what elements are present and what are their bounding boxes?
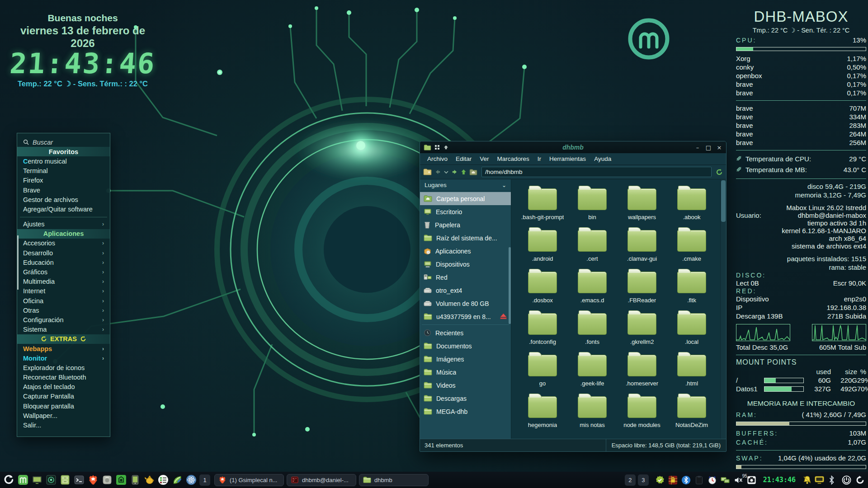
file-item-fbreader[interactable]: .FBReader	[617, 267, 667, 309]
launcher-leaf-icon[interactable]	[171, 474, 183, 486]
sidebar-item-descargas[interactable]: Descargas	[420, 392, 511, 405]
tray-shield-icon[interactable]	[655, 474, 665, 485]
sidebar-scrollbar[interactable]	[509, 247, 511, 324]
launcher-mabox-icon[interactable]	[17, 474, 29, 486]
sidebar-item-aplicaciones[interactable]: Aplicaciones	[420, 244, 511, 258]
sidebar-item-dispositivos[interactable]: Dispositivos	[420, 258, 511, 271]
launcher-teapot-icon[interactable]	[143, 474, 155, 486]
file-item-notasdezim[interactable]: NotasDeZim	[667, 392, 717, 433]
menu-item-sistema[interactable]: Sistema›	[17, 325, 110, 334]
sidebar-item-volumen-de-80-gb[interactable]: Volumen de 80 GB	[420, 297, 511, 310]
screenshot-camera-icon[interactable]	[746, 474, 757, 485]
task-button-dhbmb[interactable]: dhbmb	[359, 474, 429, 486]
sidebar-item-recientes[interactable]: Recientes	[420, 326, 511, 339]
file-item-gkrellm2[interactable]: .gkrellm2	[617, 309, 667, 350]
menu-header-aplicaciones[interactable]: Aplicaciones	[17, 229, 110, 239]
menu-archivo[interactable]: Archivo	[424, 155, 451, 163]
menu-item-webapps[interactable]: Webapps›	[17, 344, 110, 353]
folder-new-icon[interactable]	[423, 169, 432, 175]
file-item-bin[interactable]: bin	[567, 184, 617, 225]
menu-ver[interactable]: Ver	[476, 155, 492, 163]
menu-item-internet[interactable]: Internet›	[17, 286, 110, 296]
workspace-button-2[interactable]: 2	[625, 474, 636, 486]
launcher-checklist-icon[interactable]	[157, 474, 169, 486]
menu-item-atajos-del-teclado[interactable]: Atajos del teclado	[17, 382, 110, 392]
launcher-menu-arrow-icon[interactable]	[3, 474, 15, 486]
menu-item-gestor-de-archivos[interactable]: Gestor de archivos	[17, 195, 110, 204]
file-item-clamav-gui[interactable]: .clamav-gui	[617, 225, 667, 267]
menu-item-capturar-pantalla[interactable]: Capturar Pantalla	[17, 392, 110, 401]
sidebar-item-red[interactable]: Red	[420, 271, 511, 284]
menu-marcadores[interactable]: Marcadores	[494, 155, 533, 163]
menu-item-agregar-quitar-software[interactable]: Agregar/Quitar software	[17, 204, 110, 214]
launcher-archive-icon[interactable]	[101, 474, 113, 486]
task-button-1-gsimplecal-n[interactable]: (1) Gsimplecal n...	[214, 474, 284, 486]
menu-item-otras[interactable]: Otras›	[17, 305, 110, 315]
menu-item-wallpaper[interactable]: Wallpaper...	[17, 411, 110, 420]
tray-display-icon[interactable]	[814, 474, 825, 485]
launcher-desktop-app-icon[interactable]	[31, 474, 43, 486]
sidebar-item-documentos[interactable]: Documentos	[420, 339, 511, 352]
places-dropdown[interactable]: Lugares ⌄	[420, 179, 511, 191]
volume-muted-icon[interactable]: 95	[733, 474, 744, 485]
close-button[interactable]: ×	[716, 144, 722, 151]
file-item-geek-life[interactable]: .geek-life	[567, 350, 617, 392]
file-item-mis-notas[interactable]: mis notas	[567, 392, 617, 433]
workspace-button-3[interactable]: 3	[638, 474, 649, 486]
file-view-scrollbar[interactable]	[720, 179, 726, 439]
back-icon[interactable]	[434, 169, 441, 175]
menu-scrollbar[interactable]	[17, 235, 19, 290]
menu-ir[interactable]: Ir	[534, 155, 545, 163]
menu-item-centro-musical[interactable]: Centro musical	[17, 156, 110, 166]
menu-ayuda[interactable]: Ayuda	[590, 155, 615, 163]
eject-icon[interactable]	[500, 313, 507, 319]
tray-clipboard-icon[interactable]	[694, 474, 705, 485]
file-item-cmake[interactable]: .cmake	[667, 225, 717, 267]
menu-header-favoritos[interactable]: Favoritos	[17, 147, 110, 156]
task-button-dhbmb-daniel[interactable]: dhbmb@daniel-...	[287, 474, 356, 486]
restart-button-icon[interactable]	[854, 474, 865, 485]
file-item-fontconfig[interactable]: .fontconfig	[518, 309, 567, 350]
file-item-fonts[interactable]: .fonts	[567, 309, 617, 350]
file-item-hegemonia[interactable]: hegemonia	[518, 392, 567, 433]
tray-bluetooth-icon[interactable]	[681, 474, 692, 485]
menu-item-reconectar-bluetooth[interactable]: Reconectar Bluetooth	[17, 373, 110, 382]
file-item-html[interactable]: .html	[667, 350, 717, 392]
file-item-abook[interactable]: .abook	[667, 184, 717, 225]
menu-item-salir[interactable]: Salir...	[17, 420, 110, 430]
menu-herramientas[interactable]: Herramientas	[546, 155, 590, 163]
file-item-go[interactable]: go	[518, 350, 567, 392]
menu-item-ajustes[interactable]: Ajustes›	[17, 220, 110, 229]
tray-bt-small-icon[interactable]	[826, 474, 837, 485]
menu-item-oficina[interactable]: Oficina›	[17, 296, 110, 305]
file-item-bash-git-prompt[interactable]: .bash-git-prompt	[518, 184, 567, 225]
menu-item-monitor[interactable]: Monitor›	[17, 353, 110, 363]
sidebar-item-carpeta-personal[interactable]: Carpeta personal	[420, 192, 511, 205]
sidebar-item-musica[interactable]: Música	[420, 366, 511, 379]
menu-item-desarrollo[interactable]: Desarrollo›	[17, 248, 110, 258]
menu-item-multimedia[interactable]: Multimedia›	[17, 277, 110, 286]
menu-item-firefox[interactable]: Firefox	[17, 176, 110, 185]
home-folder-small-icon[interactable]	[469, 169, 477, 175]
launcher-atom-icon[interactable]	[185, 474, 197, 486]
file-item-local[interactable]: .local	[667, 309, 717, 350]
sidebar-item-mega-dhb[interactable]: MEGA-dhb	[420, 405, 511, 418]
launcher-wallpaper-app-icon[interactable]	[45, 474, 57, 486]
menu-item-accesorios[interactable]: Accesorios›	[17, 239, 110, 248]
maximize-button[interactable]: □	[705, 144, 712, 151]
menu-item-configuracion[interactable]: Configuración›	[17, 315, 110, 324]
sidebar-item-videos[interactable]: Videos	[420, 379, 511, 392]
menu-item-terminal[interactable]: Terminal	[17, 166, 110, 176]
refresh-icon[interactable]	[716, 169, 723, 176]
launcher-cabinet-icon[interactable]	[59, 474, 71, 486]
file-item-homeserver[interactable]: .homeserver	[617, 350, 667, 392]
launcher-terminal-icon[interactable]	[73, 474, 85, 486]
workspace-button-1[interactable]: 1	[199, 474, 210, 486]
menu-item-explorador-de-iconos[interactable]: Explorador de iconos	[17, 363, 110, 372]
launcher-brave-icon[interactable]	[87, 474, 99, 486]
launcher-tablet-icon[interactable]	[129, 474, 141, 486]
menu-item-bloquear-pantalla[interactable]: Bloquear pantalla	[17, 401, 110, 411]
up-green-icon[interactable]	[461, 169, 467, 175]
menu-item-brave[interactable]: Brave	[17, 185, 110, 195]
file-item-node-modules[interactable]: node modules	[617, 392, 667, 433]
